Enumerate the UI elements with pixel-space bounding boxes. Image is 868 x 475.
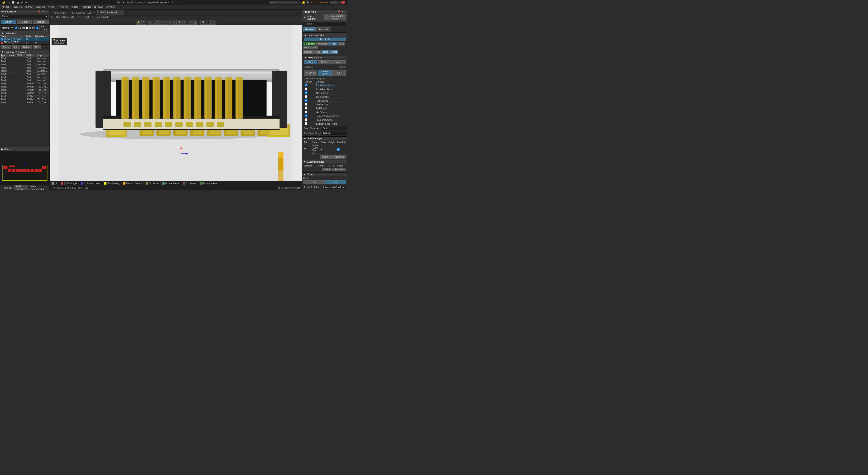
snap-item-checkbox[interactable] — [305, 122, 307, 125]
zoom-in-btn[interactable]: + — [206, 20, 211, 25]
sel-arcs-btn[interactable]: Arcs — [338, 42, 345, 46]
tab-home[interactable]: Home Page — [50, 10, 69, 15]
primitive-row[interactable]: Track 5.984mil Top Over... — [0, 94, 50, 98]
snap-item-checkbox[interactable] — [305, 88, 307, 90]
3d-btn[interactable]: 3 — [211, 20, 216, 25]
circle-btn[interactable]: ○ — [172, 20, 177, 25]
footprints-header[interactable]: ▼ Footprints — [0, 31, 50, 35]
menu-item-报告[interactable]: 报告(R) — [81, 5, 92, 9]
clear-button[interactable]: Clear — [17, 20, 33, 24]
snap-item-checkbox[interactable] — [305, 91, 307, 94]
left-panel-pin-icon[interactable]: 📌 — [37, 10, 41, 13]
snap-options-header[interactable]: ▼ Snap Options — [303, 56, 346, 59]
primitive-row[interactable]: Track 5.984mil Top Over... — [0, 85, 50, 88]
library-options-header[interactable]: ▼ Library Options 3 Bodies (and 9 more) — [302, 14, 347, 21]
sel-3dbodies-btn[interactable]: 3D Bodies — [303, 42, 316, 46]
layer-item[interactable]: [2] Bottom Layer — [80, 182, 101, 185]
snap-item-checkbox[interactable] — [305, 84, 307, 86]
bodies-btn[interactable]: 3 Bodies (and 9 more) — [324, 14, 346, 20]
tab-pcblib[interactable]: SD-Card.PcbLib × — [97, 10, 124, 15]
snap-item-checkbox[interactable] — [305, 103, 307, 106]
sel-filter-header[interactable]: ▼ Selection Filter — [303, 33, 346, 37]
guides-snap-btn[interactable]: Guides — [318, 60, 331, 64]
snap-item-checkbox[interactable] — [305, 111, 307, 113]
view-config-tab[interactable]: View Configuration — [29, 184, 49, 190]
all-layers-snap-btn[interactable]: All Layers — [304, 70, 317, 76]
tab-pcblib-close-icon[interactable]: × — [120, 11, 121, 14]
sel-vias-btn[interactable]: Vias — [311, 46, 318, 49]
snap-item-checkbox[interactable] — [305, 107, 307, 110]
fp-add-button[interactable]: Add — [12, 45, 21, 49]
off-snap-btn[interactable]: Off — [332, 70, 346, 76]
primitive-row[interactable]: Track 2mil Mechanic... — [0, 79, 50, 82]
footprint-tab[interactable]: Footprint — [316, 27, 330, 31]
grid-row[interactable]: 50 Global Board Snap G... ■ — [303, 144, 346, 155]
line-btn[interactable]: ╱ — [154, 20, 159, 25]
right-panel-menu-icon[interactable]: ▼ — [341, 10, 344, 13]
tab-schlib-close-icon[interactable]: × — [93, 11, 94, 14]
titlebar-gear-icon[interactable]: ⚙ — [306, 1, 309, 4]
layer-item[interactable]: [1] Top Layer — [60, 182, 78, 185]
primitive-row[interactable]: Track 2mil Mechanic... — [0, 72, 50, 76]
knife-btn[interactable]: | — [193, 20, 198, 25]
layer-item[interactable]: Top Paste — [145, 182, 159, 185]
right-search-input[interactable] — [303, 22, 346, 26]
normal-select[interactable]: Normal — [1, 26, 14, 30]
footprint-row[interactable]: TF-SMD_TF-021B-H265 10 35 — [0, 41, 50, 44]
sel-regions-btn[interactable]: Regions — [303, 50, 314, 54]
menu-item-编辑[interactable]: 编辑(E) — [12, 5, 23, 9]
snap-item-checkbox[interactable] — [305, 115, 307, 117]
guide-place-btn[interactable]: Place ▼ — [333, 168, 346, 171]
primitive-row[interactable]: Track 2mil Mechanic... — [0, 63, 50, 66]
sel-track-btn[interactable]: Track — [329, 42, 338, 46]
axes-snap-btn[interactable]: Axes — [332, 60, 346, 64]
apply-button[interactable]: Apply — [1, 20, 16, 24]
text-btn[interactable]: T — [164, 20, 169, 25]
primitive-row[interactable]: Track 5.984mil Top Over... — [0, 91, 50, 94]
grid-manager-header[interactable]: ▼ Grid Manager — [302, 137, 347, 140]
layer-item[interactable]: Bottom Overlay — [122, 182, 143, 185]
menu-item-窗口[interactable]: 窗口(W) — [93, 5, 104, 9]
layer-item[interactable]: Bottom Solder — [199, 182, 218, 185]
sel-other-btn[interactable]: Other — [330, 50, 338, 54]
titlebar-bell-icon[interactable]: 🔔 — [302, 1, 305, 4]
all-objects-btn[interactable]: All objects — [304, 37, 346, 41]
fp-place-button[interactable]: Place — [1, 45, 11, 49]
snap-item-checkbox[interactable] — [305, 118, 307, 121]
grids-snap-btn[interactable]: Grids — [304, 60, 317, 64]
menu-item-视图[interactable]: 视图(V) — [24, 5, 35, 9]
mask-select[interactable]: Mask — [1, 14, 49, 18]
primitive-row[interactable]: Track 5.984mil Top Over... — [0, 88, 50, 91]
move-btn[interactable]: ✥ — [177, 20, 182, 25]
snap-item-checkbox[interactable] — [305, 99, 307, 102]
primitive-row[interactable]: Track 2mil Mechanic... — [0, 60, 50, 63]
grid-enabled-checkbox[interactable] — [337, 148, 340, 151]
mm-btn[interactable]: mm — [303, 180, 324, 184]
rect-btn[interactable]: □ — [159, 20, 164, 25]
axis-snap-range-input[interactable] — [322, 131, 347, 135]
guide-manager-header[interactable]: ▼ Guide Manager — [302, 160, 347, 164]
sel-texts-btn[interactable]: Texts — [321, 50, 329, 54]
primitive-row[interactable]: Track 2mil Mechanic... — [0, 76, 50, 79]
layer-item[interactable]: LS — [51, 182, 58, 185]
footprint-row[interactable]: TF-SMD_XKEW104-TF08-375B 12 53 — [0, 38, 50, 41]
maximize-button[interactable]: □ — [336, 1, 340, 4]
right-panel-close-icon[interactable]: × — [344, 10, 346, 13]
current-layer-snap-btn[interactable]: Current Layer — [318, 70, 331, 76]
sel-keepouts-btn[interactable]: Keepouts — [316, 42, 329, 46]
titlebar-home-icon[interactable]: ⌂ — [299, 1, 301, 4]
primitive-row[interactable]: Track 2mil Mechanic... — [0, 57, 50, 60]
grid-properties-btn[interactable]: Properties — [331, 155, 346, 158]
other-header[interactable]: ▶ Other — [0, 147, 50, 151]
primitive-row[interactable]: Track 2mil Mechanic... — [0, 69, 50, 72]
zoom-fit-btn[interactable]: ⊞ — [200, 20, 205, 25]
ruler-btn[interactable]: / — [188, 20, 193, 25]
mil-btn[interactable]: mil — [325, 180, 346, 184]
add-btn[interactable]: + — [148, 20, 153, 25]
guide-add-btn[interactable]: Add ▼ — [322, 168, 333, 171]
pen-btn[interactable]: ✏ — [182, 20, 187, 25]
grid-add-btn[interactable]: Add ▼ — [320, 155, 331, 158]
primitive-row[interactable]: Track 5.984mil Top Over... — [0, 82, 50, 85]
fp-delete-button[interactable]: Delete — [21, 45, 32, 49]
primitive-row[interactable]: Track 5.984mil Top Over... — [0, 98, 50, 101]
